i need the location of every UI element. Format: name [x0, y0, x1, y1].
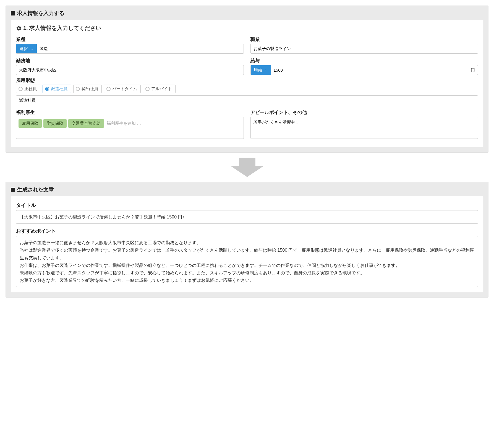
salary-label: 給与 — [250, 58, 478, 64]
employment-radio-label: 契約社員 — [82, 86, 98, 92]
industry-select-button[interactable]: 選択 … — [16, 44, 37, 53]
employment-radio-1[interactable]: 派遣社員 — [43, 85, 71, 93]
output-panel-header: 生成された文章 — [6, 182, 488, 196]
chevron-down-icon — [264, 68, 267, 72]
appeal-textarea[interactable] — [250, 117, 478, 139]
output-title-box: 【大阪市中央区】お菓子の製造ラインで活躍しませんか？若手歓迎！時給 1500 円… — [16, 210, 478, 224]
square-bullet-icon — [11, 188, 15, 192]
occupation-label: 職業 — [250, 36, 478, 43]
input-panel-body: 1. 求人情報を入力してください 業種 選択 … 職業 勤務地 — [11, 20, 483, 147]
input-panel: 求人情報を入力する 1. 求人情報を入力してください 業種 選択 … 職業 — [6, 6, 488, 153]
benefits-placeholder[interactable]: 福利厚生を追加 … — [106, 119, 142, 128]
location-label: 勤務地 — [16, 58, 244, 64]
appeal-label: アピールポイント、その他 — [250, 109, 478, 116]
employment-radio-label: 正社員 — [24, 86, 37, 92]
location-input[interactable] — [16, 65, 244, 75]
salary-type-select[interactable]: 時給 — [251, 65, 271, 75]
salary-suffix: 円 — [471, 65, 478, 75]
output-panel: 生成された文章 タイトル 【大阪市中央区】お菓子の製造ラインで活躍しませんか？若… — [6, 182, 488, 298]
occupation-input[interactable] — [250, 44, 478, 54]
employment-type-radios: 正社員派遣社員契約社員パートタイムアルバイト — [16, 85, 478, 93]
output-points-box: お菓子の製造ラ一緒に働きませんか？大阪府大阪市中央区にある工場での勤務となります… — [16, 236, 478, 287]
svg-marker-0 — [231, 158, 264, 177]
benefit-tag-1[interactable]: 労災保険 — [43, 119, 67, 128]
down-arrow-icon — [231, 158, 264, 177]
employment-radio-label: 派遣社員 — [51, 86, 67, 92]
section-title: 1. 求人情報を入力してください — [16, 24, 478, 32]
square-bullet-icon — [11, 11, 15, 15]
employment-radio-3[interactable]: パートタイム — [104, 85, 141, 93]
radio-icon — [19, 87, 23, 91]
input-panel-title: 求人情報を入力する — [17, 10, 64, 17]
industry-input[interactable] — [37, 44, 243, 53]
employment-radio-label: アルバイト — [151, 86, 172, 92]
benefit-tag-2[interactable]: 交通費全額支給 — [68, 119, 104, 128]
output-panel-body: タイトル 【大阪市中央区】お菓子の製造ラインで活躍しませんか？若手歓迎！時給 1… — [11, 196, 483, 292]
radio-icon — [76, 87, 80, 91]
arrow-separator — [6, 158, 488, 177]
salary-type-label: 時給 — [254, 67, 262, 73]
employment-type-label: 雇用形態 — [16, 77, 478, 84]
employment-radio-4[interactable]: アルバイト — [143, 85, 176, 93]
output-points-label: おすすめポイント — [16, 228, 478, 234]
employment-type-input[interactable] — [16, 95, 478, 105]
salary-input[interactable] — [271, 65, 471, 75]
gears-icon — [16, 25, 22, 31]
industry-input-group: 選択 … — [16, 44, 244, 54]
input-panel-header: 求人情報を入力する — [6, 6, 488, 20]
employment-radio-0[interactable]: 正社員 — [16, 85, 40, 93]
benefits-label: 福利厚生 — [16, 109, 244, 116]
radio-icon — [106, 87, 111, 91]
industry-label: 業種 — [16, 36, 244, 43]
output-title-label: タイトル — [16, 202, 478, 209]
output-panel-title: 生成された文章 — [17, 186, 54, 193]
benefit-tag-0[interactable]: 雇用保険 — [19, 119, 42, 128]
section-title-text: 1. 求人情報を入力してください — [23, 24, 101, 32]
radio-icon — [145, 87, 150, 91]
salary-input-group: 時給 円 — [250, 65, 478, 75]
radio-icon — [45, 87, 49, 91]
employment-radio-2[interactable]: 契約社員 — [73, 85, 102, 93]
employment-radio-label: パートタイム — [112, 86, 137, 92]
benefits-input[interactable]: 雇用保険労災保険交通費全額支給福利厚生を追加 … — [16, 117, 244, 139]
